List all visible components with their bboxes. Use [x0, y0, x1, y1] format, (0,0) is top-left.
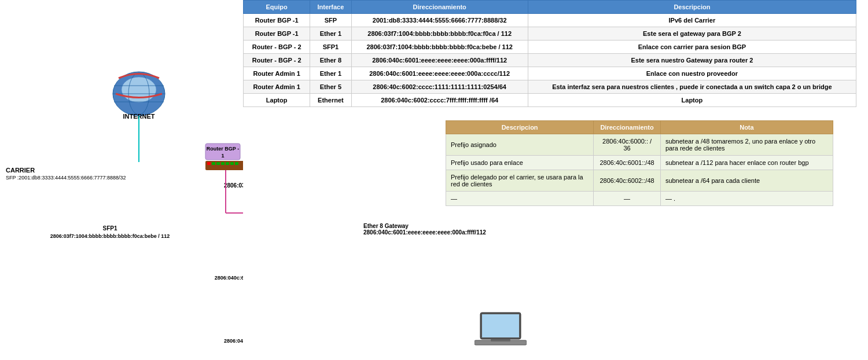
sec-col-nota: Nota: [660, 121, 833, 134]
cell-descripcion: Este sera el gateway para BGP 2: [528, 27, 856, 41]
table-row: Router - BGP - 2Ether 82806:040c:6001:ee…: [244, 54, 856, 67]
sec-table-row: Prefijo delegado por el carrier, se usar…: [446, 170, 833, 192]
cell-equipo: Router Admin 1: [244, 67, 310, 80]
main-table-section: Equipo Interface Direccionamiento Descri…: [243, 0, 856, 107]
svg-point-0: [113, 72, 165, 116]
cell-equipo: Laptop: [244, 94, 310, 107]
cell-interface: Ether 1: [310, 27, 351, 41]
svg-point-2: [128, 73, 149, 115]
secondary-table-section: Descripcion Direccionamiento Nota Prefij…: [446, 120, 833, 206]
sec-cell-descripcion: Prefijo asignado: [446, 134, 594, 156]
sec-table-row: Prefijo asignado2806:40c:6000:: / 36subn…: [446, 134, 833, 156]
table-row: Router BGP -1Ether 12806:03f7:1004:bbbb:…: [244, 27, 856, 41]
sec-cell-direccionamiento: 2806:40c:6000:: / 36: [594, 134, 661, 156]
cell-interface: Ethernet: [310, 94, 351, 107]
svg-rect-20: [235, 162, 238, 165]
cell-equipo: Router BGP -1: [244, 27, 310, 41]
sec-cell-nota: — .: [660, 192, 833, 206]
svg-text:1: 1: [221, 153, 224, 159]
sec-cell-direccionamiento: 2806:40c:6001::/48: [594, 156, 661, 170]
cell-descripcion: Esta interfaz sera para nuestros cliente…: [528, 80, 856, 94]
cell-direccionamiento: 2806:03f7:1004:bbbb:bbbb:bbbb:f0ca:bebe …: [351, 41, 528, 54]
svg-rect-17: [221, 162, 225, 165]
sec-cell-descripcion: Prefijo usado para enlace: [446, 156, 594, 170]
cell-direccionamiento: 2001:db8:3333:4444:5555:6666:7777:8888/3…: [351, 14, 528, 27]
sec-cell-nota: subnetear a /64 para cada cliente: [660, 170, 833, 192]
svg-text:2806:040c:6002:cccc:7fff:ffff:: 2806:040c:6002:cccc:7fff:ffff:ffff:ffff …: [224, 338, 243, 344]
svg-point-1: [122, 77, 156, 102]
svg-rect-55: [482, 314, 519, 337]
table-row: Router Admin 1Ether 52806:40c:6002:cccc:…: [244, 80, 856, 94]
cell-descripcion: Enlace con carrier para sesion BGP: [528, 41, 856, 54]
table-row: Router - BGP - 2SFP12806:03f7:1004:bbbb:…: [244, 41, 856, 54]
cell-descripcion: Enlace con nuestro proveedor: [528, 67, 856, 80]
sec-col-descripcion: Descripcion: [446, 121, 594, 134]
sec-cell-descripcion: —: [446, 192, 594, 206]
svg-rect-18: [226, 162, 229, 165]
col-interface: Interface: [310, 1, 351, 14]
secondary-table: Descripcion Direccionamiento Nota Prefij…: [446, 120, 833, 206]
cell-interface: SFP1: [310, 41, 351, 54]
cell-descripcion: Laptop: [528, 94, 856, 107]
sec-cell-direccionamiento: —: [594, 192, 661, 206]
svg-text:Router BGP -: Router BGP -: [207, 146, 239, 152]
network-diagram: INTERNET CARRIER SFP :2001:db8:3333:4444…: [0, 0, 243, 360]
table-row: LaptopEthernet2806:040c:6002:cccc:7fff:f…: [244, 94, 856, 107]
cell-interface: SFP: [310, 14, 351, 27]
cell-equipo: Router BGP -1: [244, 14, 310, 27]
sec-table-row: ——— .: [446, 192, 833, 206]
cell-descripcion: IPv6 del Carrier: [528, 14, 856, 27]
cell-equipo: Router - BGP - 2: [244, 41, 310, 54]
cell-descripcion: Este sera nuestro Gateway para router 2: [528, 54, 856, 67]
sec-cell-descripcion: Prefijo delegado por el carrier, se usar…: [446, 170, 594, 192]
sec-cell-nota: subnetear a /112 para hacer enlace con r…: [660, 156, 833, 170]
svg-text:CARRIER: CARRIER: [6, 167, 35, 174]
main-table: Equipo Interface Direccionamiento Descri…: [243, 0, 856, 107]
ether8-label: Ether 8 Gateway 2806:040c:6001:eeee:eeee…: [363, 223, 486, 236]
svg-text:2806:03f7:1004:bbbb:bbbb:bbbb:: 2806:03f7:1004:bbbb:bbbb:bbbb:f0ca:f0ca …: [224, 182, 243, 189]
svg-rect-14: [207, 162, 211, 165]
svg-text:2806:040c:6001:eeee:eeee:eeee:: 2806:040c:6001:eeee:eeee:eeee:000a:cccc/…: [215, 275, 243, 281]
svg-text:SFP :2001:db8:3333:4444:5555:6: SFP :2001:db8:3333:4444:5555:6666:7777:8…: [6, 175, 126, 181]
svg-rect-10: [205, 144, 240, 160]
svg-rect-19: [230, 162, 234, 165]
cell-interface: Ether 8: [310, 54, 351, 67]
laptop-icon: [475, 311, 527, 350]
cell-direccionamiento: 2806:40c:6002:cccc:1111:1111:1111:0254/6…: [351, 80, 528, 94]
col-descripcion: Descripcion: [528, 1, 856, 14]
cell-direccionamiento: 2806:040c:6002:cccc:7fff:ffff:ffff:ffff …: [351, 94, 528, 107]
cell-equipo: Router - BGP - 2: [244, 54, 310, 67]
svg-text:SFP1: SFP1: [102, 225, 117, 232]
sec-col-direccionamiento: Direccionamiento: [594, 121, 661, 134]
cell-direccionamiento: 2806:040c:6001:eeee:eeee:eeee:000a:ffff/…: [351, 54, 528, 67]
svg-rect-15: [212, 162, 215, 165]
sec-cell-direccionamiento: 2806:40c:6002::/48: [594, 170, 661, 192]
svg-text:2806:03f7:1004:bbbb:bbbb:bbbb:: 2806:03f7:1004:bbbb:bbbb:bbbb:f0ca:bebe …: [50, 233, 170, 239]
sec-table-row: Prefijo usado para enlace2806:40c:6001::…: [446, 156, 833, 170]
col-direccionamiento: Direccionamiento: [351, 1, 528, 14]
cell-interface: Ether 1: [310, 67, 351, 80]
cell-direccionamiento: 2806:03f7:1004:bbbb:bbbb:bbbb:f0ca:f0ca …: [351, 27, 528, 41]
svg-rect-16: [216, 162, 220, 165]
svg-text:INTERNET: INTERNET: [123, 113, 155, 120]
table-row: Router BGP -1SFP2001:db8:3333:4444:5555:…: [244, 14, 856, 27]
sec-cell-nota: subnetear a /48 tomaremos 2, uno para en…: [660, 134, 833, 156]
col-equipo: Equipo: [244, 1, 310, 14]
svg-rect-13: [205, 161, 243, 170]
svg-rect-57: [491, 339, 510, 341]
cell-equipo: Router Admin 1: [244, 80, 310, 94]
cell-interface: Ether 5: [310, 80, 351, 94]
cell-direccionamiento: 2806:040c:6001:eeee:eeee:eeee:000a:cccc/…: [351, 67, 528, 80]
table-row: Router Admin 1Ether 12806:040c:6001:eeee…: [244, 67, 856, 80]
